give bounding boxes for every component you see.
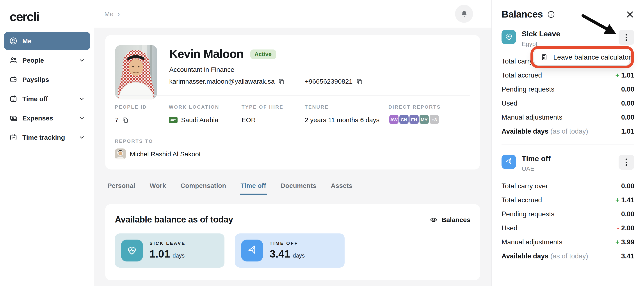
tab-assets[interactable]: Assets	[331, 182, 352, 195]
saudi-arabia-flag-icon	[169, 117, 178, 123]
divider	[115, 95, 470, 96]
sidebar-item-time-tracking[interactable]: Time tracking	[4, 128, 90, 146]
profile-fields: PEOPLE ID 7 WORK LOCATIO	[115, 104, 470, 125]
tab-personal[interactable]: Personal	[108, 182, 135, 195]
profile-tabs: Personal Work Compensation Time off Docu…	[108, 182, 480, 195]
copy-icon	[278, 78, 285, 85]
tab-work[interactable]: Work	[150, 182, 166, 195]
leave-balance-calculator-menu-item[interactable]: Leave balance calculator	[534, 49, 630, 65]
heart-pulse-icon	[502, 30, 516, 44]
work-location-value: Saudi Arabia	[181, 116, 218, 123]
breadcrumb-me[interactable]: Me	[104, 10, 114, 17]
sidebar-item-label: Time tracking	[22, 134, 65, 141]
tile-label: SICK LEAVE	[150, 241, 186, 246]
profile-card: Kevin Maloon Active Accountant in Financ…	[105, 35, 480, 170]
balances-link[interactable]: Balances	[430, 216, 470, 224]
sidebar-item-label: Payslips	[22, 76, 49, 83]
manager-avatar[interactable]	[115, 148, 126, 159]
tab-documents[interactable]: Documents	[280, 182, 316, 195]
breadcrumb-chevron: ›	[118, 10, 120, 18]
copy-icon	[122, 116, 129, 123]
available-balance-card: Available balance as of today Balances	[105, 204, 480, 280]
manager-name[interactable]: Michel Rashid Al Sakoot	[130, 150, 201, 158]
banknote-icon	[9, 114, 18, 122]
tab-compensation[interactable]: Compensation	[180, 182, 226, 195]
section-name: Sick Leave	[522, 30, 560, 38]
row-available-days: Available days (as of today) 3.41	[502, 249, 634, 263]
sick-leave-rows: Total carry over Total accrued +1.01 Pen…	[502, 54, 634, 138]
people-id-value: 7	[115, 116, 118, 123]
sidebar-item-people[interactable]: People	[4, 51, 90, 69]
sick-leave-section-header: Sick Leave Egypt	[502, 30, 634, 47]
chevron-down-icon	[78, 57, 85, 63]
sick-leave-tile: SICK LEAVE 1.01 days	[115, 234, 224, 268]
calculator-icon	[540, 53, 548, 61]
time-off-rows: Total carry over 0.00 Total accrued +1.4…	[502, 179, 634, 263]
tenure-value: 2 years 11 months 6 days	[305, 116, 388, 123]
chevron-down-icon	[78, 115, 85, 121]
content: Kevin Maloon Active Accountant in Financ…	[94, 27, 492, 280]
status-badge: Active	[250, 49, 276, 59]
direct-reports-overflow-chip[interactable]: +3	[429, 114, 440, 125]
copy-email-button[interactable]	[278, 78, 285, 85]
app-root: cercli Me People	[0, 0, 644, 286]
direct-report-chip[interactable]: FH	[408, 114, 420, 125]
tile-label: TIME OFF	[270, 241, 305, 246]
sidebar-item-me[interactable]: Me	[4, 32, 90, 50]
copy-icon	[356, 78, 363, 85]
copy-phone-button[interactable]	[356, 78, 363, 85]
row-available-days: Available days (as of today) 1.01	[502, 124, 634, 138]
sidebar-item-time-off[interactable]: Time off	[4, 90, 90, 108]
breadcrumb[interactable]: Me ›	[104, 10, 120, 18]
row-pending-requests: Pending requests 0.00	[502, 207, 634, 221]
sidebar-item-label: Me	[22, 37, 32, 45]
heart-pulse-icon	[121, 240, 143, 262]
section-region: Egypt	[522, 40, 560, 47]
calendar-icon	[9, 95, 18, 103]
close-icon[interactable]	[626, 10, 634, 19]
time-off-days-value: 3.41	[270, 248, 290, 260]
direct-report-chip[interactable]: MY	[419, 114, 430, 125]
row-used: Used 0.00	[502, 96, 634, 110]
wallet-icon	[9, 75, 18, 84]
sick-leave-days-value: 1.01	[150, 248, 170, 260]
info-icon[interactable]	[547, 10, 555, 18]
field-type-of-hire: TYPE OF HIRE EOR	[242, 104, 305, 125]
user-circle-icon	[9, 37, 18, 45]
time-off-section-header: Time off UAE	[502, 155, 634, 172]
time-off-tile: TIME OFF 3.41 days	[235, 234, 344, 268]
time-off-kebab-menu-button[interactable]	[618, 155, 634, 170]
calendar-icon	[9, 133, 18, 141]
profile-name: Kevin Maloon	[169, 47, 244, 61]
row-manual-adjustments: Manual adjustments 0.00	[502, 110, 634, 124]
sidebar: cercli Me People	[0, 0, 94, 286]
airplane-icon	[241, 240, 263, 262]
chevron-down-icon	[78, 95, 85, 102]
profile-role: Accountant in Finance	[169, 66, 363, 73]
balance-card-title: Available balance as of today	[115, 215, 233, 225]
brand-logo: cercli	[10, 10, 94, 24]
field-tenure: TENURE 2 years 11 months 6 days	[305, 104, 388, 125]
tab-time-off[interactable]: Time off	[241, 182, 266, 195]
profile-email: karimnasser.maloon@yallawarak.sa	[169, 77, 275, 85]
row-total-accrued: Total accrued +1.41	[502, 193, 634, 207]
section-name: Time off	[522, 155, 550, 163]
eye-icon	[430, 216, 438, 224]
direct-report-chip[interactable]: AW	[388, 114, 400, 125]
copy-people-id-button[interactable]	[122, 116, 129, 123]
airplane-icon	[502, 155, 516, 169]
notifications-button[interactable]	[455, 5, 473, 23]
direct-report-chip[interactable]: CN	[398, 114, 410, 125]
balances-panel: Balances Sick Leave Egypt	[492, 0, 644, 286]
tile-unit: days	[172, 252, 184, 259]
sidebar-item-expenses[interactable]: Expenses	[4, 109, 90, 127]
topbar: Me ›	[94, 0, 492, 27]
sidebar-item-payslips[interactable]: Payslips	[4, 70, 90, 88]
profile-phone: +966562390821	[305, 77, 353, 85]
row-total-accrued: Total accrued +1.01	[502, 68, 634, 82]
people-icon	[9, 56, 18, 64]
tile-unit: days	[293, 252, 305, 259]
sick-leave-kebab-menu-button[interactable]	[618, 30, 634, 45]
row-pending-requests: Pending requests 0.00	[502, 82, 634, 96]
sidebar-item-label: Time off	[22, 95, 48, 102]
